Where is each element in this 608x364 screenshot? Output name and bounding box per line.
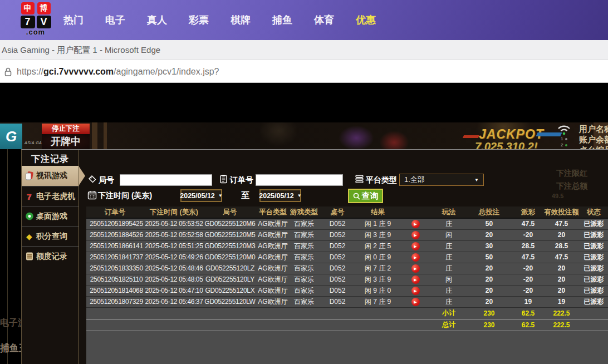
sidebar-divider — [79, 150, 79, 364]
cell-valid: 20 — [543, 274, 580, 285]
cell-play: ▶ — [399, 285, 432, 296]
table-row: 2505120518333502025-05-12 05:48:46GD0522… — [86, 263, 608, 274]
cell-status: 已派彩 — [580, 218, 608, 229]
cell-game: 百家乐 — [290, 263, 318, 274]
cell-table: D052 — [318, 274, 357, 285]
column-header: 局号 — [204, 206, 256, 218]
cell-table: D052 — [318, 252, 357, 263]
underlay-label: 下注限红 — [556, 169, 587, 179]
platform-list-icon — [355, 174, 364, 184]
sidebar-item-table-games[interactable]: 桌面游戏 — [22, 206, 79, 226]
column-header: 派彩 — [513, 206, 543, 218]
cell-empty — [399, 319, 432, 331]
round-input[interactable] — [120, 174, 212, 186]
cell-play: ▶ — [399, 240, 432, 252]
clipboard-icon — [219, 174, 228, 184]
table-markers: 1 2 — [561, 136, 567, 148]
sidebar-item-label: 视讯游戏 — [36, 171, 67, 181]
bet-table-body: 2505120518954252025-05-12 05:53:52GD0522… — [86, 218, 608, 331]
chevron-down-icon: ▼ — [297, 193, 302, 198]
sidebar-item-slots[interactable]: 7 电子老虎机 — [22, 186, 79, 206]
cell-table: D052 — [318, 296, 357, 307]
platform-select[interactable]: 1.全部 ▼ — [399, 174, 484, 186]
menu-item-lottery[interactable]: 彩票 — [189, 13, 209, 27]
cell-time: 2025-05-12 05:47:10 — [144, 285, 204, 296]
replay-button[interactable]: ▶ — [411, 220, 420, 228]
cell-empty — [580, 319, 608, 331]
dealing-box: 开牌中 — [42, 134, 90, 149]
sidebar-item-live-games[interactable]: 视讯游戏 — [22, 166, 79, 186]
cell-empty — [256, 307, 290, 319]
table-row: 2505120518073292025-05-12 05:46:37GD0522… — [86, 296, 608, 307]
brand-logo[interactable]: 申 博 7 V .com — [11, 2, 60, 36]
cell-order: 250512051825110 — [86, 274, 144, 285]
cell-order: 250512051807329 — [86, 296, 144, 307]
url-scheme: https:// — [17, 67, 43, 76]
cell-table: D052 — [318, 240, 357, 252]
underlay-value: 49.5 — [552, 193, 563, 199]
query-button-label: 查询 — [362, 191, 379, 201]
logo-badge-1: 申 — [21, 2, 35, 14]
summary-label: 小计 — [432, 307, 465, 319]
cell-platform: AG欧洲厅 — [256, 240, 290, 252]
date-from-value: 2025/05/12 — [180, 192, 215, 200]
cell-order: 250512051895425 — [86, 218, 144, 229]
sidebar-item-credit-records[interactable]: 额度记录 — [22, 246, 79, 266]
cell-order: 250512051833350 — [86, 263, 144, 274]
underlay-divider — [7, 149, 8, 364]
summary-bet: 230 — [465, 307, 513, 319]
replay-button[interactable]: ▶ — [411, 287, 420, 295]
cell-bet_amount: 20 — [465, 263, 513, 274]
cell-order: 250512051841737 — [86, 252, 144, 263]
menu-item-promo[interactable]: 优惠 — [356, 13, 376, 27]
round-label: 局号 — [99, 175, 114, 185]
replay-button[interactable]: ▶ — [411, 253, 420, 262]
replay-button[interactable]: ▶ — [411, 242, 420, 250]
cell-payout: 28.5 — [513, 240, 543, 252]
query-button[interactable]: 查询 — [348, 189, 383, 203]
sidebar-item-label: 额度记录 — [36, 252, 67, 262]
account-label: 账户余额 — [579, 134, 608, 145]
cell-result: 闲 1 庄 9 — [357, 218, 399, 229]
cell-empty — [86, 319, 144, 331]
menu-item-fishing[interactable]: 捕鱼 — [272, 13, 292, 27]
cell-time: 2025-05-12 05:49:26 — [144, 252, 204, 263]
cell-result: 闲 9 庄 0 — [357, 285, 399, 296]
date-from-select[interactable]: 2025/05/12 ▼ — [180, 189, 222, 202]
menu-item-live[interactable]: 真人 — [147, 13, 167, 27]
replay-button[interactable]: ▶ — [411, 276, 420, 284]
cell-empty — [357, 319, 399, 331]
replay-button[interactable]: ▶ — [411, 298, 420, 306]
cell-status: 已派彩 — [580, 229, 608, 240]
cell-result: 闲 3 庄 9 — [357, 274, 399, 285]
column-header: 玩法 — [432, 206, 465, 218]
calendar-icon — [87, 190, 97, 200]
replay-button[interactable]: ▶ — [411, 264, 420, 273]
menu-item-hot[interactable]: 热门 — [63, 13, 84, 27]
date-to-select[interactable]: 2025/05/12 ▼ — [259, 189, 301, 202]
replay-button[interactable]: ▶ — [411, 231, 420, 239]
order-input[interactable] — [256, 174, 343, 186]
url-text[interactable]: https://gci.7vvvvvv.com/agingame/pcv1/in… — [17, 60, 219, 83]
cell-play: ▶ — [399, 296, 432, 307]
cell-game: 百家乐 — [290, 274, 318, 285]
lock-icon[interactable] — [4, 67, 12, 76]
cell-table: D052 — [318, 218, 357, 229]
cell-valid: 47.5 — [543, 218, 580, 229]
bet-records-table: 订单号下注时间 (美东)局号平台类型游戏类型桌号结果玩法总投注派彩有效投注额状态… — [86, 206, 608, 331]
menu-item-slots[interactable]: 电子 — [105, 13, 125, 27]
cell-game: 百家乐 — [290, 229, 318, 240]
column-header: 总投注 — [465, 206, 513, 218]
cell-round: GD052255120LW — [204, 296, 256, 307]
document-icon — [24, 252, 34, 261]
summary-payout: 62.5 — [513, 319, 543, 331]
sidebar-item-points-query[interactable]: ◆ 积分查询 — [22, 226, 79, 246]
menu-item-chess[interactable]: 棋牌 — [231, 13, 251, 27]
asia-gaming-logo: G — [0, 124, 22, 149]
column-header: 有效投注额 — [543, 206, 580, 218]
menu-item-sports[interactable]: 体育 — [314, 13, 334, 27]
summary-valid: 222.5 — [543, 307, 580, 319]
cell-round: GD052255120M0 — [204, 252, 256, 263]
stage-pillar — [92, 122, 97, 149]
address-bar[interactable]: https://gci.7vvvvvv.com/agingame/pcv1/in… — [0, 60, 608, 83]
